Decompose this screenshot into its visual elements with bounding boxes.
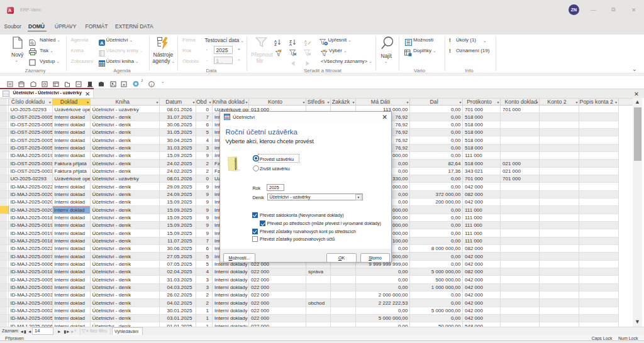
svg-text:i: i — [151, 82, 152, 86]
svg-text:A: A — [100, 40, 104, 46]
svg-text:#: # — [123, 82, 125, 86]
svg-text:Z: Z — [274, 43, 277, 46]
svg-text:A: A — [289, 43, 292, 46]
svg-text:Z: Z — [304, 43, 307, 46]
